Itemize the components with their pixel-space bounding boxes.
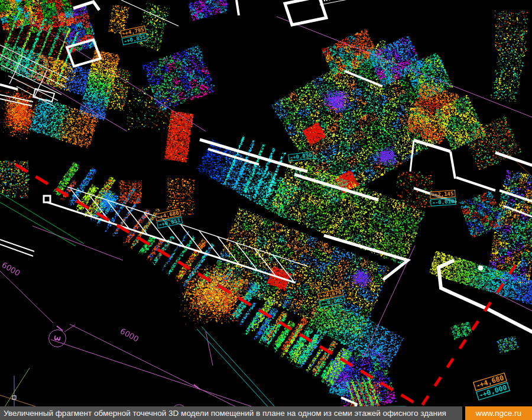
- elevation-label: ◄+2,145 ◄-0,010: [430, 190, 456, 207]
- website-badge[interactable]: www.ngce.ru: [462, 406, 532, 420]
- level-mark-icon: ◄: [432, 201, 434, 205]
- axis-bubble-label: 3: [52, 335, 62, 342]
- level-mark-icon: ◄: [432, 193, 434, 197]
- cad-linework: [0, 0, 532, 420]
- stair-treads: [71, 189, 294, 282]
- axis-bubble-3: 3: [48, 329, 66, 347]
- caption-text: Увеличенный фрагмент обмерной точечной 3…: [4, 409, 446, 418]
- green-lines: [0, 193, 84, 246]
- teal-lines: [197, 327, 406, 418]
- cad-viewport: сканирования 6000 6000 3 ◄+4,795 ◄+0,835…: [0, 0, 532, 420]
- wall-lines: [0, 0, 532, 413]
- crosshair-marker: [0, 368, 37, 412]
- caption-bar: Увеличенный фрагмент обмерной точечной 3…: [0, 406, 532, 420]
